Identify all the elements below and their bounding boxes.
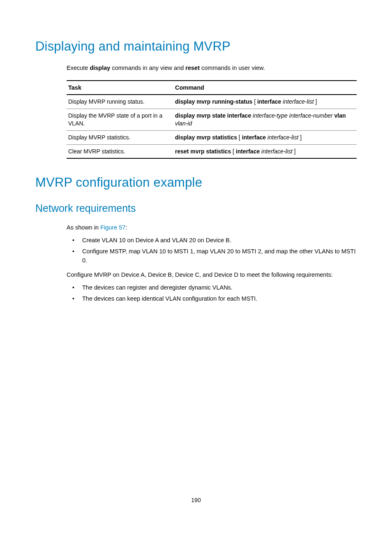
command-cell: reset mvrp statistics [ interface interf… xyxy=(173,144,357,158)
command-table: Task Command Display MVRP running status… xyxy=(67,80,357,159)
text: : xyxy=(125,224,127,231)
cmd-bold: interface xyxy=(236,148,260,155)
command-cell: display mvrp state interface interface-t… xyxy=(173,109,357,130)
bullet-list: Create VLAN 10 on Device A and VLAN 20 o… xyxy=(67,236,357,264)
paragraph: As shown in Figure 57: xyxy=(67,223,357,232)
task-cell: Display MVRP statistics. xyxy=(67,130,173,144)
command-cell: display mvrp running-status [ interface … xyxy=(173,95,357,109)
cmd-text: [ xyxy=(231,148,236,155)
list-item: Configure MSTP, map VLAN 10 to MSTI 1, m… xyxy=(67,247,357,264)
heading-displaying-maintaining-mvrp: Displaying and maintaining MVRP xyxy=(35,39,357,54)
cmd-text: [ xyxy=(252,98,257,105)
table-row: Display MVRP statistics. display mvrp st… xyxy=(67,130,357,144)
cmd-text: ] xyxy=(293,148,296,155)
table-header-task: Task xyxy=(67,81,173,95)
table-row: Display MVRP running status. display mvr… xyxy=(67,95,357,109)
cmd-bold: interface xyxy=(242,134,266,141)
text: commands in any view and xyxy=(110,65,185,71)
cmd-bold: display mvrp running-status xyxy=(175,98,252,105)
list-item: Create VLAN 10 on Device A and VLAN 20 o… xyxy=(67,236,357,245)
figure-link[interactable]: Figure 57 xyxy=(100,224,125,231)
intro-paragraph: Execute display commands in any view and… xyxy=(67,65,357,71)
cmd-text: [ xyxy=(237,134,242,141)
cmd-italic: vlan-id xyxy=(175,120,192,127)
text-bold: display xyxy=(90,65,110,71)
cmd-bold: display mvrp state interface xyxy=(175,112,251,119)
bullet-list: The devices can register and deregister … xyxy=(67,283,357,303)
command-cell: display mvrp statistics [ interface inte… xyxy=(173,130,357,144)
text: commands in user view. xyxy=(200,65,265,71)
cmd-text: ] xyxy=(314,98,317,105)
table-row: Clear MVRP statistics. reset mvrp statis… xyxy=(67,144,357,158)
list-item: The devices can register and deregister … xyxy=(67,283,357,292)
cmd-text: ] xyxy=(298,134,302,141)
cmd-bold: vlan xyxy=(334,112,346,119)
task-cell: Display the MVRP state of a port in a VL… xyxy=(67,109,173,130)
page-number: 190 xyxy=(0,497,392,503)
heading-mvrp-config-example: MVRP configuration example xyxy=(35,175,357,190)
heading-network-requirements: Network requirements xyxy=(35,202,357,214)
text-bold: reset xyxy=(185,65,200,71)
cmd-italic: interface-list xyxy=(261,148,292,155)
cmd-italic: interface-list xyxy=(283,98,314,105)
text: As shown in xyxy=(67,224,100,231)
task-cell: Clear MVRP statistics. xyxy=(67,144,173,158)
text: Execute xyxy=(67,65,90,71)
table-header-command: Command xyxy=(173,81,357,95)
list-item: The devices can keep identical VLAN conf… xyxy=(67,294,357,303)
cmd-bold: interface xyxy=(257,98,281,105)
table-row: Display the MVRP state of a port in a VL… xyxy=(67,109,357,130)
cmd-italic: interface-list xyxy=(267,134,298,141)
paragraph: Configure MVRP on Device A, Device B, De… xyxy=(67,271,357,279)
cmd-bold: reset mvrp statistics xyxy=(175,148,231,155)
cmd-bold: display mvrp statistics xyxy=(175,134,237,141)
cmd-italic: interface-type interface-number xyxy=(253,112,333,119)
task-cell: Display MVRP running status. xyxy=(67,95,173,109)
